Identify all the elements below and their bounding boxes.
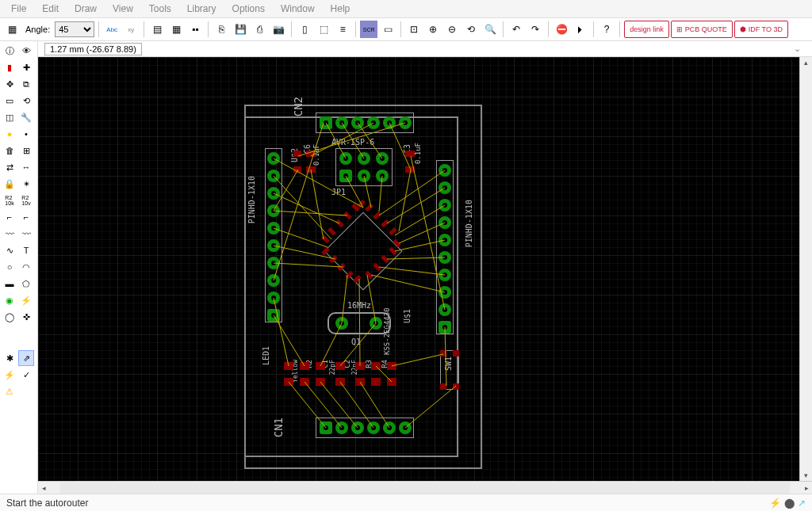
hole-icon[interactable]: ◯ <box>2 309 17 325</box>
sheet-icon[interactable]: ▯ <box>296 21 313 38</box>
pcbquote-button[interactable]: ⊞PCB QUOTE <box>671 21 733 38</box>
paste-icon[interactable]: ● <box>2 126 17 142</box>
attribute-icon[interactable]: ✜ <box>18 309 34 325</box>
via-icon[interactable]: ◉ <box>2 292 17 308</box>
cam-icon[interactable]: 📷 <box>270 21 287 38</box>
coordinate-readout: 1.27 mm (-26.67 8.89) <box>44 43 142 55</box>
statusbar: Start the autorouter ⚡ ⬤ ↗ <box>0 494 812 511</box>
redo-icon[interactable]: ↷ <box>527 21 544 38</box>
autorouter-icon[interactable]: ⇗ <box>18 350 34 366</box>
coordinate-bar: 1.27 mm (-26.67 8.89) ⌄ <box>38 41 812 57</box>
idf3d-button[interactable]: ⬢IDF TO 3D <box>734 21 788 38</box>
label-sw1: SW1 <box>444 357 453 371</box>
go-icon[interactable]: ⏵ <box>572 21 589 38</box>
menu-file[interactable]: File <box>3 2 34 16</box>
menu-options[interactable]: Options <box>224 2 273 16</box>
stop-icon[interactable]: ⛔ <box>553 21 570 38</box>
lock-icon[interactable]: 🔒 <box>2 176 17 192</box>
pinswap-icon[interactable]: ⇄ <box>2 159 17 175</box>
errors-icon[interactable]: ⚠ <box>2 383 17 399</box>
abc-icon[interactable]: Abc <box>103 21 121 38</box>
label-cn1: CN1 <box>272 418 285 437</box>
dot-icon[interactable]: • <box>18 126 34 142</box>
smash-icon[interactable]: ✴ <box>18 176 34 192</box>
open-icon[interactable]: ⎘ <box>213 21 230 38</box>
signal-icon[interactable]: ⚡ <box>18 292 34 308</box>
menu-view[interactable]: View <box>105 2 141 16</box>
menu-help[interactable]: Help <box>323 2 358 16</box>
value-icon[interactable]: R210v <box>18 193 34 208</box>
layers-icon[interactable]: ≡ <box>334 21 351 38</box>
dropdown-icon[interactable]: ⌄ <box>789 44 806 54</box>
bolt-icon[interactable]: ⚡ <box>769 498 781 509</box>
layout3-icon[interactable]: ▪▪ <box>186 21 204 38</box>
main-area: ⓘ 👁 ▮ ✚ ✥ ⧉ ▭ ⟲ ◫ 🔧 ● • 🗑 ⊞ ⇄ ↔ 🔒 ✴ R210… <box>0 41 812 494</box>
scrollbar-horizontal[interactable]: ◂ ▸ <box>38 481 812 494</box>
autoroute-status-icon[interactable]: ↗ <box>798 498 806 509</box>
name-icon[interactable]: R210k <box>2 193 17 208</box>
arc-icon[interactable]: ◠ <box>18 259 34 275</box>
menu-library[interactable]: Library <box>179 2 224 16</box>
menu-window[interactable]: Window <box>273 2 323 16</box>
angle-select[interactable]: 45 <box>55 21 94 37</box>
layout1-icon[interactable]: ▤ <box>148 21 166 38</box>
scrollbar-vertical[interactable]: ▴ ▾ <box>799 57 812 481</box>
globe-icon[interactable]: ⬤ <box>784 498 795 509</box>
move-icon[interactable]: ✥ <box>2 76 17 92</box>
wire-icon[interactable]: ∿ <box>2 242 17 258</box>
rect-icon[interactable]: ▬ <box>2 276 17 292</box>
group-icon[interactable]: ◫ <box>2 109 17 125</box>
label-pinhd-left: PINHD-1X10 <box>247 176 256 223</box>
menu-edit[interactable]: Edit <box>34 2 67 16</box>
angle-label: Angle: <box>25 25 50 34</box>
label-jp1: JP1 <box>331 188 346 196</box>
add-icon[interactable]: ⊞ <box>18 143 34 158</box>
designlink-button[interactable]: design link <box>624 21 669 38</box>
layout2-icon[interactable]: ▦ <box>167 21 185 38</box>
label-avr: AVR-ISP-6 <box>331 138 374 147</box>
circle-icon[interactable]: ○ <box>2 259 17 275</box>
zoom-in-icon[interactable]: ⊕ <box>424 21 442 38</box>
label-kss: KSS-2EG4430 <box>383 307 391 355</box>
board-icon[interactable]: ⬚ <box>315 21 332 38</box>
miter-icon[interactable]: ⌐ <box>2 209 17 225</box>
ratsnest-icon[interactable]: ✱ <box>2 350 17 366</box>
undo-icon[interactable]: ↶ <box>508 21 525 38</box>
copy-icon[interactable]: ⧉ <box>18 76 34 92</box>
save-icon[interactable]: 💾 <box>232 21 249 38</box>
zoom-out-icon[interactable]: ⊖ <box>443 21 461 38</box>
pcb-canvas[interactable]: ▴ ▾ CN2 AVR-ISP-6 <box>38 57 812 481</box>
label-c3v: 0.1uF <box>414 143 422 164</box>
print-icon[interactable]: ⎙ <box>251 21 268 38</box>
zoom-redraw-icon[interactable]: ⟲ <box>462 21 480 38</box>
script-icon[interactable]: SCR <box>360 21 377 38</box>
label-cn2: CN2 <box>292 97 304 116</box>
split-icon[interactable]: ⌐ <box>18 209 34 225</box>
delete-icon[interactable]: 🗑 <box>2 143 17 158</box>
label-pinhd-right: PINHD-1X10 <box>465 200 473 247</box>
mark-icon[interactable]: ✚ <box>18 59 34 75</box>
replace-icon[interactable]: ↔ <box>18 159 34 175</box>
polygon-icon[interactable]: ⬠ <box>18 276 34 292</box>
mirror-icon[interactable]: ▭ <box>2 93 17 109</box>
grid-icon[interactable]: ▦ <box>3 21 21 38</box>
layer-icon[interactable]: ▮ <box>2 59 17 75</box>
info-icon[interactable]: ⓘ <box>2 43 17 59</box>
rotate-icon[interactable]: ⟲ <box>18 93 34 109</box>
route-icon[interactable]: 〰 <box>2 226 17 242</box>
erc-icon[interactable]: ⚡ <box>2 367 17 383</box>
main-toolbar: ▦ Angle: 45 Abc xy ▤ ▦ ▪▪ ⎘ 💾 ⎙ 📷 ▯ ⬚ ≡ … <box>0 17 812 41</box>
menu-draw[interactable]: Draw <box>67 2 105 16</box>
change-icon[interactable]: 🔧 <box>18 109 34 125</box>
help-icon[interactable]: ? <box>598 21 615 38</box>
drc-icon[interactable]: ✓ <box>18 367 34 383</box>
zoom-select-icon[interactable]: 🔍 <box>481 21 499 38</box>
label-q1: Q1 <box>351 337 361 346</box>
eye-icon[interactable]: 👁 <box>18 43 34 59</box>
ulp-icon[interactable]: ▭ <box>379 21 396 38</box>
text-icon[interactable]: T <box>18 242 34 258</box>
ripup-icon[interactable]: 〰 <box>18 226 34 242</box>
zoom-fit-icon[interactable]: ⊡ <box>405 21 423 38</box>
xy-icon[interactable]: xy <box>122 21 140 38</box>
menu-tools[interactable]: Tools <box>141 2 179 16</box>
